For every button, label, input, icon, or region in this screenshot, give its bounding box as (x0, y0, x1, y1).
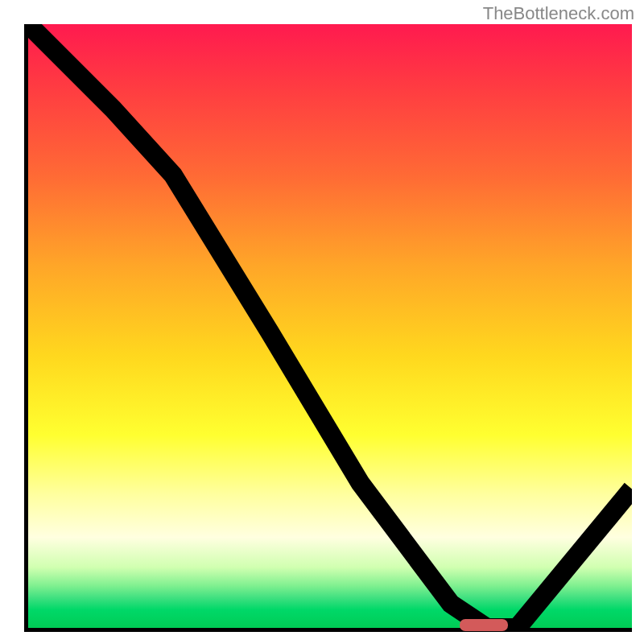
gradient-background (28, 24, 632, 628)
optimal-range-marker (460, 619, 508, 631)
watermark-label: TheBottleneck.com (483, 3, 634, 24)
plot-area (24, 24, 632, 632)
